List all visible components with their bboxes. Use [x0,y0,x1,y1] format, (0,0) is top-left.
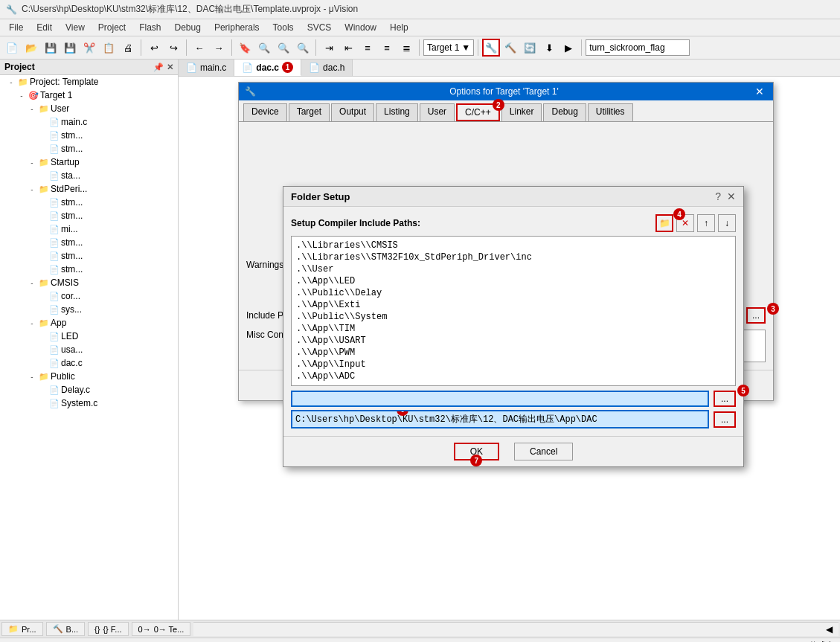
tree-item-dacc[interactable]: 📄 dac.c [0,356,178,370]
tree-item-public[interactable]: - 📁 Public [0,370,178,383]
folder-path-9[interactable]: .\\App\\PWM [295,347,732,359]
menu-tools[interactable]: Tools [267,21,300,34]
expand-stdperi[interactable]: - [27,185,37,193]
menu-svcs[interactable]: SVCS [301,21,338,34]
menu-flash[interactable]: Flash [133,21,167,34]
folder-path-0[interactable]: .\\Libraries\\CMSIS [295,240,732,251]
open-btn[interactable]: 📂 [22,39,40,57]
tree-item-stm1[interactable]: 📄 stm... [0,129,178,142]
expand-target[interactable]: - [16,92,27,100]
options-close-btn[interactable]: ✕ [752,86,767,97]
expand-cmsis[interactable]: - [27,279,37,287]
folder-path-3[interactable]: .\\App\\LED [295,275,732,287]
indent-btn[interactable]: ⇥ [320,39,338,57]
expand-app[interactable]: - [27,319,37,327]
tree-item-stm5[interactable]: 📄 stm... [0,236,178,249]
tree-item-stm3[interactable]: 📄 stm... [0,196,178,209]
folder-path-4[interactable]: .\\Public\\Delay [295,287,732,299]
options-tab-target[interactable]: Target [289,103,330,121]
menu-window[interactable]: Window [339,21,382,34]
folder-up-btn[interactable]: ↑ [697,214,715,232]
scroll-left-icon[interactable]: ◀ [826,624,833,635]
format-btn[interactable]: ≡ [359,39,376,57]
expand-project[interactable]: - [6,78,16,86]
tree-item-led[interactable]: 📄 LED [0,330,178,343]
nav-fwd-btn[interactable]: → [210,39,228,57]
folder-close-btn[interactable]: ✕ [727,190,736,202]
tree-item-app[interactable]: - 📁 App [0,316,178,330]
expand-user[interactable]: - [27,105,37,113]
bottom-tab-f[interactable]: {} {} F... [88,622,128,636]
options-tab-output[interactable]: Output [331,103,374,121]
save-btn[interactable]: 💾 [42,39,60,57]
options-tab-debug[interactable]: Debug [543,103,586,121]
menu-help[interactable]: Help [384,21,414,34]
folder-path-5[interactable]: .\\App\\Exti [295,299,732,311]
include-browse-btn[interactable]: ... 3 [746,307,766,324]
tree-item-cor[interactable]: 📄 cor... [0,289,178,303]
nav-back-btn[interactable]: ← [190,39,208,57]
tree-item-usa[interactable]: 📄 usa... [0,343,178,356]
bottom-tab-b[interactable]: 🔨 B... [46,622,86,636]
tree-item-systemc[interactable]: 📄 System.c [0,397,178,410]
options-tab-user[interactable]: User [420,103,455,121]
tree-item-stm7[interactable]: 📄 stm... [0,263,178,276]
panel-pin-icon[interactable]: 📌 [153,62,164,72]
folder-browse-path-btn[interactable]: ... 5 [714,391,736,407]
find-btn[interactable]: 🔍 [255,39,273,57]
tree-item-mainc[interactable]: 📄 main.c [0,115,178,129]
folder-path-11[interactable]: .\\App\\ADC [295,370,732,382]
panel-close-icon[interactable]: ✕ [167,62,173,72]
undo-btn[interactable]: ↩ [145,39,163,57]
folder-add-btn[interactable]: 📁 4 [655,214,673,232]
expand-public[interactable]: - [27,373,37,381]
folder-cancel-btn[interactable]: Cancel [514,443,573,460]
format2-btn[interactable]: ≡ [378,39,396,57]
download-btn[interactable]: ⬇ [540,39,558,57]
tree-item-sta[interactable]: 📄 sta... [0,169,178,182]
tree-item-delayc[interactable]: 📄 Delay.c [0,383,178,397]
options-tab-linker[interactable]: Linker [501,103,542,121]
bottom-tab-pr[interactable]: 📁 Pr... [1,622,43,636]
search-input[interactable] [586,39,690,56]
tree-item-mi[interactable]: 📄 mi... [0,222,178,236]
folder-down-btn[interactable]: ↓ [718,214,736,232]
menu-peripherals[interactable]: Peripherals [208,21,266,34]
menu-project[interactable]: Project [92,21,132,34]
bottom-tab-te[interactable]: 0→ 0→ Te... [132,622,191,636]
format3-btn[interactable]: ≣ [397,39,415,57]
options-tab-cpp[interactable]: C/C++ 2 [456,103,500,121]
folder-path-input[interactable] [291,391,709,407]
tree-item-user[interactable]: - 📁 User [0,102,178,115]
menu-debug[interactable]: Debug [169,21,207,34]
options-tab-utilities[interactable]: Utilities [588,103,633,121]
tree-item-project[interactable]: - 📁 Project: Template [0,75,178,89]
redo-btn[interactable]: ↪ [164,39,182,57]
menu-edit[interactable]: Edit [31,21,58,34]
tree-item-stm2[interactable]: 📄 stm... [0,142,178,155]
options-tab-device[interactable]: Device [243,103,287,121]
paste-btn[interactable]: 📋 [100,39,118,57]
options-btn[interactable]: 🔧 [482,39,500,57]
new-btn[interactable]: 📄 [3,39,21,57]
folder-browse-btn2[interactable]: ... [714,411,736,428]
tree-item-sys[interactable]: 📄 sys... [0,303,178,316]
find3-btn[interactable]: 🔍 [294,39,312,57]
outdent-btn[interactable]: ⇤ [339,39,357,57]
menu-file[interactable]: File [3,21,29,34]
save-all-btn[interactable]: 💾 [61,39,79,57]
print-btn[interactable]: 🖨 [119,39,137,57]
menu-view[interactable]: View [60,21,91,34]
tree-item-stm6[interactable]: 📄 stm... [0,249,178,263]
tree-item-stm4[interactable]: 📄 stm... [0,209,178,222]
bookmark-btn[interactable]: 🔖 [236,39,254,57]
folder-path-7[interactable]: .\\App\\TIM [295,323,732,335]
run-btn[interactable]: ▶ [560,39,577,57]
options-tab-listing[interactable]: Listing [376,103,418,121]
folder-path-6[interactable]: .\\Public\\System [295,311,732,323]
tree-item-startup[interactable]: - 📁 Startup [0,155,178,169]
tree-item-stdperi[interactable]: - 📁 StdPeri... [0,182,178,196]
tree-item-cmsis[interactable]: - 📁 CMSIS [0,276,178,289]
folder-path-2[interactable]: .\\User [295,263,732,275]
tree-item-target[interactable]: - 🎯 Target 1 [0,89,178,102]
